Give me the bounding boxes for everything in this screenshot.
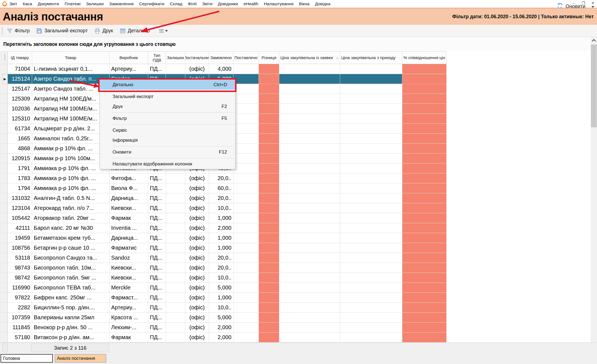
table-cell (259, 333, 279, 342)
toolbar-grip[interactable] (2, 27, 3, 35)
column-header[interactable]: Поставлено (233, 52, 259, 64)
menubar-item-5[interactable]: Замовлення (109, 1, 134, 6)
column-header[interactable]: Ціна закупівельна із заявки△ (279, 52, 340, 64)
table-cell: Киевски... (110, 263, 148, 273)
close-icon[interactable]: ✕ (590, 1, 595, 5)
table-row[interactable]: 2282Бициллин-5 пор. д/ин....Артериу...ПД… (2, 303, 447, 313)
column-header[interactable]: Товар (32, 52, 110, 64)
table-cell: 125147 (8, 84, 32, 94)
table-row[interactable]: 131032Аналгин-Д табл. 0.5 N...Дарница...… (2, 193, 447, 203)
table-cell: Бисопролол Сандоз та... (32, 253, 110, 263)
menubar-item-4[interactable]: Залишки (86, 1, 104, 6)
menubar-item-12[interactable]: Налаштування (264, 1, 293, 6)
context-menu-item-4[interactable]: Сервіс (100, 125, 235, 135)
table-cell: Аммиака р-р 10% фл. ... (32, 173, 110, 183)
table-cell (402, 293, 447, 302)
group-by-panel[interactable]: Перетягніть заголовок колонки сюди для у… (0, 37, 591, 51)
column-header[interactable]: % співвідношення цін (402, 52, 447, 64)
table-cell (279, 243, 340, 253)
table-row[interactable]: 1794Аммиака р-р 10% фл. ...Виола Ф...ПД.… (2, 183, 447, 193)
context-menu-item-2[interactable]: ДрукF2 (100, 102, 235, 112)
table-cell (402, 114, 447, 123)
table-cell: 4868 (8, 144, 32, 153)
column-header[interactable]: Виробник (110, 52, 148, 64)
table-cell (279, 253, 340, 263)
menubar-item-10[interactable]: Довідники (218, 1, 238, 6)
table-cell: 111845 (8, 323, 32, 332)
column-header[interactable]: ІД товару (8, 52, 32, 64)
table-cell: 1794 (8, 183, 32, 193)
table-row[interactable]: 57180Витаксон р-р д/ин. ам...ФармакПД...… (2, 333, 447, 342)
grid-corner-grip[interactable] (2, 52, 8, 64)
tab-analiz-postachannia[interactable]: Аналіз постачання (55, 354, 106, 363)
table-cell (279, 144, 340, 153)
table-row[interactable]: 116990Бисопролол ТЕВА таб...MerckleПД...… (2, 283, 447, 293)
column-header[interactable]: Різниця (259, 52, 279, 64)
column-header-label: Постачальник (185, 55, 209, 60)
table-cell (279, 333, 340, 342)
table-cell (259, 134, 279, 143)
menubar-item-1[interactable]: Каса (23, 1, 32, 6)
table-row[interactable]: 123104Атерокард табл. п/о 7...Киевски...… (2, 203, 447, 213)
table-row[interactable]: 19459Бетаметазон крем туб...Дарница...ПД… (2, 233, 447, 243)
table-cell (259, 154, 279, 163)
tab-holovna[interactable]: Головна (1, 354, 53, 363)
column-header-label: ІД товару (11, 55, 29, 60)
table-row[interactable]: 105442Аторвакор табл. 20мг ...ФармакПД..… (2, 213, 447, 223)
column-header[interactable]: Ціна закупівельна з приходу (340, 52, 402, 64)
menubar-item-6[interactable]: Сертифікати (139, 1, 164, 6)
table-cell (233, 163, 259, 173)
toolbar-overflow-chevron-icon[interactable] (591, 6, 594, 8)
table-row[interactable]: 97822Бифрен капс. 250мг ...Фармаст...ПД.… (2, 293, 447, 303)
table-cell: 20,0.. (209, 263, 233, 273)
filter-button[interactable]: Фільтр (6, 27, 31, 35)
table-cell (340, 213, 402, 223)
table-row[interactable]: 98743Бисопролол табл. 10м...Киевски...ПД… (2, 263, 447, 273)
table-row[interactable]: 42111Барол капс. 20 мг №30Inventia ...ПД… (2, 223, 447, 233)
menubar-item-8[interactable]: Філії (188, 1, 197, 6)
menubar-item-14[interactable]: Довідка (315, 1, 330, 6)
table-row[interactable]: 107359Валерианы капли 25млКрасота ...ПД.… (2, 313, 447, 323)
scrollbar-thumb[interactable] (591, 44, 597, 127)
context-menu-item-1[interactable]: Загальний експорт (100, 92, 235, 102)
print-button[interactable]: Друк (93, 27, 114, 35)
context-menu-item-6[interactable]: ОновитиF12 (100, 147, 235, 157)
table-cell (233, 243, 259, 253)
menubar-item-2[interactable]: Документи (38, 1, 59, 6)
menubar-item-13[interactable]: Вікна (299, 1, 309, 6)
menubar-item-0[interactable]: Звіт (9, 1, 17, 6)
list-options-button[interactable] (159, 29, 168, 33)
menubar-item-3[interactable]: Платежі (65, 1, 81, 6)
table-row[interactable]: 98742Бисопролол табл. 5мг ...Киевски...П… (2, 273, 447, 283)
table-cell: 57180 (8, 333, 32, 342)
column-header[interactable]: Замовлено (209, 52, 233, 64)
table-cell: ПД... (148, 243, 166, 253)
table-cell (166, 203, 185, 213)
menubar-item-9[interactable]: Звіти (202, 1, 212, 6)
scroll-up-button[interactable] (591, 37, 597, 44)
column-header[interactable]: Залишок (166, 52, 185, 64)
context-menu-item-3[interactable]: ФільтрF5 (100, 114, 235, 123)
table-cell: 102036 (8, 104, 32, 114)
menubar-item-11[interactable]: eHealth (244, 1, 258, 6)
column-header[interactable]: Тип ПДВ (148, 52, 166, 64)
context-menu-item-0[interactable]: ДетальноCtrl+D (100, 80, 235, 90)
vertical-scrollbar[interactable] (591, 37, 597, 353)
table-row[interactable]: 1783Аммиака р-р 10% фл. ...Фитофа...ПД..… (2, 173, 447, 183)
export-button[interactable]: Загальний експорт (35, 27, 89, 35)
table-row[interactable]: 111845Венокор р-р д/ин. 50 ...Лекхим-...… (2, 323, 447, 333)
table-row[interactable]: 108756Бетаргин р-р саше 10 ...ФарматисПД… (2, 243, 447, 253)
context-menu-item-5[interactable]: Інформація (100, 135, 235, 145)
table-row[interactable]: 53118Бисопролол Сандоз та...SandozПД...(… (2, 253, 447, 263)
menu-item-label: Сервіс (113, 128, 127, 133)
table-row[interactable]: 71004L-лизина эсцинат 0,1...Артериу...ПД… (2, 64, 447, 74)
context-menu-item-7[interactable]: Налаштувати відображення колонок (100, 159, 235, 169)
row-indicator (2, 163, 8, 173)
column-header[interactable]: Постачальник (185, 52, 209, 64)
refresh-button[interactable]: Оновити (556, 2, 585, 10)
menubar-item-7[interactable]: Склад (170, 1, 182, 6)
table-cell: Дарница... (110, 193, 148, 203)
table-cell (340, 293, 402, 302)
details-button[interactable]: Детально (119, 27, 151, 35)
table-cell (233, 263, 259, 273)
